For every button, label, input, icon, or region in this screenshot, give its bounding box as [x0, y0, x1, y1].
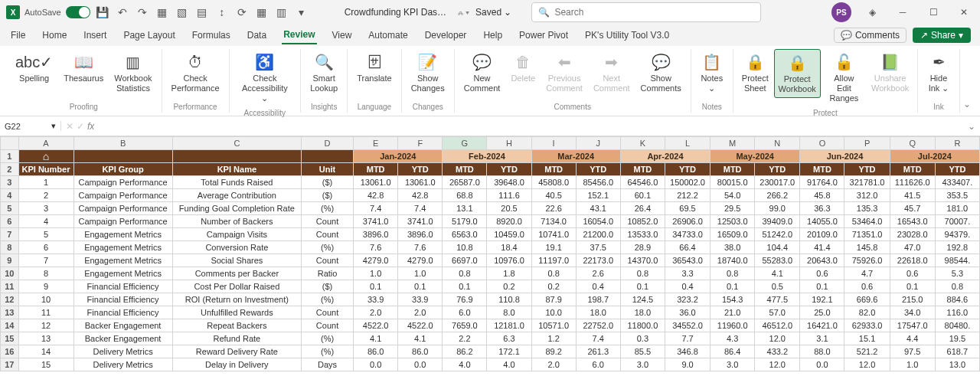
row-header-9[interactable]: 9: [1, 254, 19, 267]
cell[interactable]: 36543.0: [665, 254, 710, 267]
cell[interactable]: Engagement Metrics: [74, 254, 172, 267]
cell[interactable]: 5.3: [935, 267, 979, 280]
cell[interactable]: 10.0: [531, 306, 576, 319]
cell[interactable]: 4522.0: [398, 319, 443, 332]
tab-formulas[interactable]: Formulas: [191, 27, 232, 44]
allow-edit-ranges-button[interactable]: 🔓Allow Edit Ranges: [822, 49, 867, 107]
cell[interactable]: 669.6: [844, 293, 890, 306]
cell[interactable]: 42.8: [398, 189, 443, 202]
cell[interactable]: 0.1: [800, 280, 844, 293]
cell[interactable]: 37.5: [576, 241, 620, 254]
cell[interactable]: Ratio: [302, 267, 354, 280]
cell[interactable]: 34.0: [890, 306, 935, 319]
cell[interactable]: 5: [18, 228, 74, 241]
cell[interactable]: 99.0: [755, 202, 800, 215]
cell[interactable]: 13.1: [443, 202, 487, 215]
row-header-7[interactable]: 7: [1, 228, 19, 241]
row-header-14[interactable]: 14: [1, 319, 19, 332]
cell[interactable]: 7.7: [665, 332, 710, 345]
tab-insert[interactable]: Insert: [82, 27, 108, 44]
cell[interactable]: Comments per Backer: [172, 267, 301, 280]
cell[interactable]: 94379.: [935, 228, 979, 241]
cell[interactable]: 14370.0: [620, 254, 665, 267]
col-header-E[interactable]: E: [354, 137, 398, 150]
cell[interactable]: 7.4: [576, 332, 620, 345]
cell[interactable]: 172.1: [487, 345, 531, 358]
cell[interactable]: 18.0: [620, 306, 665, 319]
cell[interactable]: 1.0: [398, 267, 443, 280]
cell[interactable]: 346.8: [665, 345, 710, 358]
cell[interactable]: 55283.0: [755, 254, 800, 267]
cell[interactable]: 433.2: [755, 345, 800, 358]
row-header-13[interactable]: 13: [1, 306, 19, 319]
cell[interactable]: 4.3: [710, 332, 755, 345]
cell[interactable]: 1.0: [890, 358, 935, 371]
fx-icon[interactable]: fx: [87, 121, 94, 132]
saved-status[interactable]: Saved ⌄: [475, 7, 511, 18]
cell[interactable]: 145.8: [844, 241, 890, 254]
cell[interactable]: 215.0: [890, 293, 935, 306]
cell[interactable]: 3896.0: [398, 228, 443, 241]
cell[interactable]: 7.6: [354, 241, 398, 254]
cell[interactable]: 21200.0: [576, 228, 620, 241]
cell[interactable]: 6.0: [443, 306, 487, 319]
cell[interactable]: 8920.0: [487, 215, 531, 228]
row-header-17[interactable]: 17: [1, 358, 19, 371]
cell[interactable]: 0.0: [800, 358, 844, 371]
cell[interactable]: 98544.: [935, 254, 979, 267]
cell[interactable]: (%): [302, 202, 354, 215]
formula-input[interactable]: [99, 121, 963, 132]
cell[interactable]: 13533.0: [620, 228, 665, 241]
cell[interactable]: 230017.0: [755, 176, 800, 189]
cell[interactable]: Backer Engagement: [74, 332, 172, 345]
name-box-dropdown-icon[interactable]: ▾: [51, 121, 56, 131]
row-header-8[interactable]: 8: [1, 241, 19, 254]
cell[interactable]: 198.7: [576, 293, 620, 306]
cell[interactable]: 10741.0: [531, 228, 576, 241]
cell[interactable]: 4.1: [354, 332, 398, 345]
tab-review[interactable]: Review: [282, 26, 316, 44]
cell[interactable]: 12181.0: [487, 319, 531, 332]
cell[interactable]: 68.8: [443, 189, 487, 202]
cell[interactable]: 1.0: [354, 267, 398, 280]
row-header-2[interactable]: 2: [1, 163, 19, 176]
search-input[interactable]: [554, 7, 754, 18]
undo-icon[interactable]: ↶: [115, 5, 130, 20]
cell[interactable]: Campaign Performance: [74, 176, 172, 189]
tab-pk-tool[interactable]: PK's Utility Tool V3.0: [583, 27, 671, 44]
cell[interactable]: 13061.0: [398, 176, 443, 189]
cell[interactable]: ROI (Return on Investment): [172, 293, 301, 306]
redo-icon[interactable]: ↷: [135, 5, 150, 20]
tab-help[interactable]: Help: [482, 27, 504, 44]
cell[interactable]: 12.0: [755, 358, 800, 371]
cell[interactable]: 1.8: [487, 267, 531, 280]
cell[interactable]: 4.0: [443, 358, 487, 371]
cell[interactable]: 2: [18, 189, 74, 202]
cell[interactable]: 41.5: [890, 189, 935, 202]
cell[interactable]: 3.1: [800, 332, 844, 345]
row-header-15[interactable]: 15: [1, 332, 19, 345]
cell[interactable]: 38.0: [710, 241, 755, 254]
cell[interactable]: 23028.0: [890, 228, 935, 241]
cell[interactable]: 86.2: [443, 345, 487, 358]
cell[interactable]: 62933.0: [844, 319, 890, 332]
cell[interactable]: 0.8: [935, 280, 979, 293]
col-header-O[interactable]: O: [800, 137, 844, 150]
cell[interactable]: 12: [18, 319, 74, 332]
cancel-formula-icon[interactable]: ✕: [66, 121, 74, 132]
cell[interactable]: 0.0: [398, 358, 443, 371]
cell[interactable]: 0.1: [620, 280, 665, 293]
cell[interactable]: 7.4: [354, 202, 398, 215]
cell[interactable]: 152.1: [576, 189, 620, 202]
cell[interactable]: 57.0: [755, 306, 800, 319]
cell[interactable]: 3.3: [665, 267, 710, 280]
cell[interactable]: 477.5: [755, 293, 800, 306]
cell[interactable]: Delivery Metrics: [74, 358, 172, 371]
qat-filter-icon[interactable]: ▤: [194, 5, 210, 20]
cell[interactable]: 13061.0: [354, 176, 398, 189]
cell[interactable]: 86.0: [398, 345, 443, 358]
search-box[interactable]: 🔍: [531, 2, 761, 22]
cell[interactable]: 10: [18, 293, 74, 306]
qat-sort-icon[interactable]: ↕: [214, 5, 230, 20]
delete-comment-button[interactable]: 🗑Delete: [506, 49, 540, 87]
